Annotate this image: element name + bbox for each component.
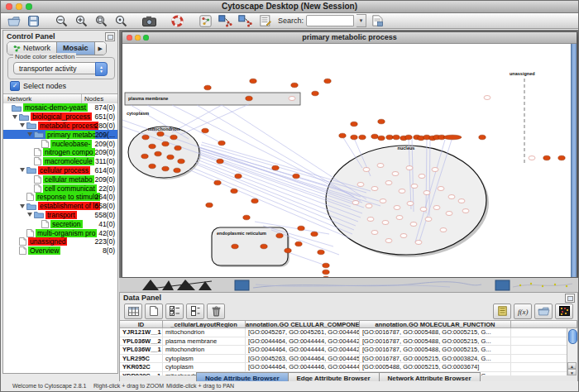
tree-header-nodes[interactable]: Nodes: [81, 94, 117, 103]
network-node[interactable]: [149, 144, 156, 149]
network-node[interactable]: [433, 206, 440, 210]
table-cell-region[interactable]: cytoplasm: [163, 363, 246, 371]
network-node[interactable]: [399, 189, 405, 194]
formula-icon[interactable]: f(x): [514, 304, 532, 319]
tree-row[interactable]: biological_process651(0): [3, 112, 117, 122]
view-scrollbar[interactable]: [571, 44, 577, 277]
table-row[interactable]: YJR121W__1mitochondrion[GO:0045267, GO:0…: [120, 328, 567, 337]
network-node[interactable]: [231, 189, 237, 194]
network-node[interactable]: [462, 209, 469, 213]
overview-icon[interactable]: [197, 14, 214, 28]
table-cell-component[interactable]: [GO:0044464, GO:0044446, GO:0044444, G..…: [246, 363, 360, 371]
network-node[interactable]: [366, 204, 372, 208]
table-cell-region[interactable]: mitochondrion: [163, 328, 246, 337]
network-node[interactable]: [415, 241, 422, 245]
disclosure-triangle-icon[interactable]: [27, 213, 32, 217]
table-cell-function[interactable]: [GO:0016787, GO:0005488, GO:0005215, G..…: [360, 337, 511, 346]
network-node[interactable]: [162, 166, 169, 171]
table-column-header[interactable]: _cellularLayoutRegion: [163, 320, 246, 328]
select-attributes-icon[interactable]: [165, 304, 184, 319]
network-node[interactable]: [174, 168, 180, 173]
network-node[interactable]: [293, 174, 299, 179]
tree-row[interactable]: cellular process614(0): [3, 166, 117, 175]
network-node[interactable]: [420, 208, 427, 212]
snapshot-icon[interactable]: [141, 14, 158, 28]
network-node[interactable]: [246, 96, 252, 101]
import-attributes-icon[interactable]: [493, 304, 511, 319]
network-node[interactable]: [232, 244, 238, 249]
network-node[interactable]: [204, 85, 211, 90]
table-cell-id[interactable]: YDR039C__1: [120, 372, 163, 376]
network-node[interactable]: [479, 135, 486, 140]
network-node[interactable]: [339, 133, 346, 138]
matrix-icon[interactable]: [555, 304, 573, 319]
network-node[interactable]: [318, 250, 324, 255]
zoom-in-icon[interactable]: [73, 14, 90, 28]
network-node[interactable]: [386, 135, 393, 140]
network-node[interactable]: [162, 141, 169, 146]
scroll-up-icon[interactable]: ▲: [567, 362, 577, 369]
network-node[interactable]: [411, 184, 418, 189]
tree-row[interactable]: transport558(0): [3, 211, 117, 220]
tree-row[interactable]: nitrogen compo209(0): [3, 148, 117, 157]
network-node[interactable]: [558, 155, 565, 160]
network-node[interactable]: [243, 215, 250, 220]
network-node[interactable]: [357, 183, 364, 187]
table-cell-id[interactable]: YPL036W__2: [120, 337, 163, 346]
tree-row[interactable]: metabolic process280(0): [3, 122, 117, 131]
table-cell-function[interactable]: [GO:0005488, GO:0005215, GO:0003674]: [360, 363, 511, 371]
tree-row[interactable]: macromolecule311(0): [3, 157, 117, 166]
more-tabs-icon[interactable]: ▶: [94, 42, 106, 55]
float-panel-icon[interactable]: [105, 32, 115, 41]
table-scrollbar[interactable]: ▲ ▼: [567, 328, 577, 375]
network-node[interactable]: [393, 135, 400, 140]
network-node[interactable]: [214, 180, 221, 185]
network-node[interactable]: [142, 135, 149, 140]
table-cell-component[interactable]: [GO:0044464, GO:0044444, GO:0044425, G..…: [246, 337, 360, 346]
network-node[interactable]: [352, 201, 359, 205]
network-node[interactable]: [202, 128, 208, 133]
save-icon[interactable]: [25, 14, 42, 28]
network-node[interactable]: [155, 151, 161, 156]
table-cell-component[interactable]: [GO:0044464, GO:0044444, GO:0044425, G..…: [246, 346, 360, 354]
network-node[interactable]: [367, 218, 374, 222]
network-node[interactable]: [206, 203, 213, 208]
network-node[interactable]: [371, 134, 378, 139]
unselect-attributes-icon[interactable]: [186, 304, 204, 319]
network-node[interactable]: [289, 97, 295, 101]
table-column-header[interactable]: annotation.GO MOLECULAR_FUNCTION: [360, 320, 511, 328]
network-node[interactable]: [272, 165, 279, 170]
network-node[interactable]: [432, 168, 438, 172]
network-node[interactable]: [443, 135, 462, 140]
network-node[interactable]: [351, 122, 357, 127]
network-node[interactable]: [323, 263, 329, 268]
search-dropdown-icon[interactable]: ▼: [356, 14, 366, 27]
network-node[interactable]: [250, 79, 256, 84]
network-node[interactable]: [312, 91, 318, 96]
table-cell-component[interactable]: [GO:0045267, GO:0045261, GO:0044464, G..…: [246, 328, 360, 337]
network-node[interactable]: [410, 222, 417, 227]
network-node[interactable]: [394, 206, 400, 210]
network-node[interactable]: [291, 83, 298, 88]
network-node[interactable]: [385, 181, 392, 185]
network-node[interactable]: [385, 239, 392, 243]
table-row[interactable]: YLR295Ccytoplasm[GO:0045263, GO:0044464,…: [120, 355, 567, 364]
network-node[interactable]: [170, 135, 177, 140]
tree-row[interactable]: multi-organism pro42(0): [3, 228, 117, 237]
network-node[interactable]: [484, 96, 490, 100]
network-node[interactable]: [167, 155, 174, 160]
disclosure-triangle-icon[interactable]: [20, 123, 25, 127]
table-cell-region[interactable]: mitochondrion: [163, 346, 246, 354]
network-node[interactable]: [425, 218, 432, 222]
scrollbar-thumb[interactable]: [568, 329, 577, 344]
network-node[interactable]: [157, 131, 164, 136]
table-column-header[interactable]: ID: [120, 320, 163, 328]
node-color-dropdown[interactable]: transporter activity ▲▼: [13, 62, 108, 74]
table-cell-function[interactable]: [GO:0016787, GO:0005488, GO:0005215, G..…: [360, 328, 511, 337]
network-node[interactable]: [458, 199, 465, 203]
network-node[interactable]: [400, 234, 407, 238]
open-icon[interactable]: [5, 14, 22, 28]
tree-row[interactable]: response to stimulu264(0): [3, 193, 117, 202]
network-node[interactable]: [423, 191, 430, 195]
table-column-header[interactable]: annotation.GO CELLULAR_COMPONENT: [246, 320, 360, 328]
